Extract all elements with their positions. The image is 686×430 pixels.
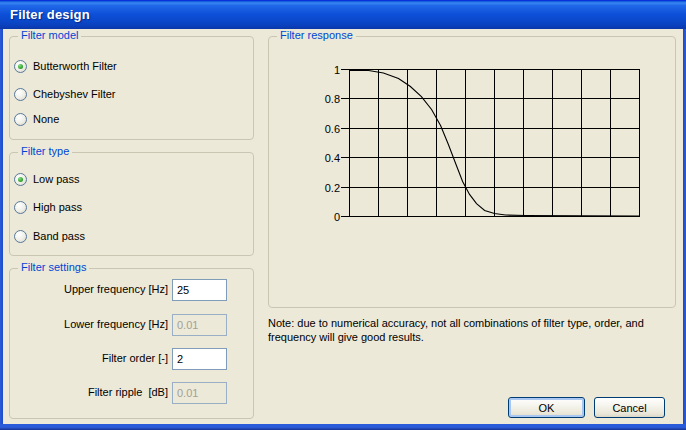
radio-icon: [14, 88, 27, 101]
cancel-button[interactable]: Cancel: [594, 397, 665, 418]
radio-label: Low pass: [33, 173, 79, 185]
filter-response-group-title: Filter response: [277, 29, 356, 41]
ok-button[interactable]: OK: [508, 397, 585, 418]
y-tick-label: 0.8: [296, 92, 340, 106]
window-title: Filter design: [10, 7, 90, 22]
radio-butterworth-filter[interactable]: Butterworth Filter: [14, 59, 117, 73]
plot-y-axis-labels: 10.80.60.40.20: [296, 63, 342, 225]
filter-response-curve: [341, 69, 641, 218]
filter-type-group-title: Filter type: [18, 145, 72, 157]
lower-frequency-label: Lower frequency [Hz]: [14, 318, 168, 330]
upper-frequency-input[interactable]: [172, 279, 227, 301]
radio-icon: [14, 60, 27, 73]
filter-ripple-input[interactable]: [172, 382, 227, 404]
accuracy-note: Note: due to numerical accuracy, not all…: [268, 316, 682, 344]
window-border-bottom: [0, 424, 686, 430]
radio-icon: [14, 201, 27, 214]
radio-icon: [14, 173, 27, 186]
y-tick-label: 0.4: [296, 151, 340, 165]
filter-response-plot: [341, 69, 641, 218]
titlebar[interactable]: Filter design: [0, 0, 686, 29]
radio-icon: [14, 113, 27, 126]
lower-frequency-input[interactable]: [172, 314, 227, 336]
y-tick-label: 0.6: [296, 122, 340, 136]
filter-order-input[interactable]: [172, 348, 227, 370]
radio-label: Butterworth Filter: [33, 60, 117, 72]
filter-order-label: Filter order [-]: [14, 352, 168, 364]
upper-frequency-label: Upper frequency [Hz]: [14, 283, 168, 295]
radio-low-pass[interactable]: Low pass: [14, 172, 79, 186]
filter-design-dialog: Filter design Filter model Butterworth F…: [0, 0, 686, 430]
radio-band-pass[interactable]: Band pass: [14, 229, 85, 243]
radio-chebyshev-filter[interactable]: Chebyshev Filter: [14, 87, 116, 101]
radio-label: Band pass: [33, 230, 85, 242]
y-tick-label: 0: [296, 210, 340, 224]
radio-label: High pass: [33, 201, 82, 213]
radio-label: Chebyshev Filter: [33, 88, 116, 100]
y-tick-label: 0.2: [296, 181, 340, 195]
window-border-left: [0, 29, 3, 430]
filter-model-group-title: Filter model: [18, 29, 81, 41]
y-tick-label: 1: [296, 63, 340, 77]
filter-settings-group-title: Filter settings: [18, 261, 89, 273]
radio-none[interactable]: None: [14, 112, 59, 126]
radio-icon: [14, 230, 27, 243]
filter-ripple-label: Filter ripple [dB]: [14, 386, 168, 398]
radio-high-pass[interactable]: High pass: [14, 200, 82, 214]
radio-label: None: [33, 113, 59, 125]
